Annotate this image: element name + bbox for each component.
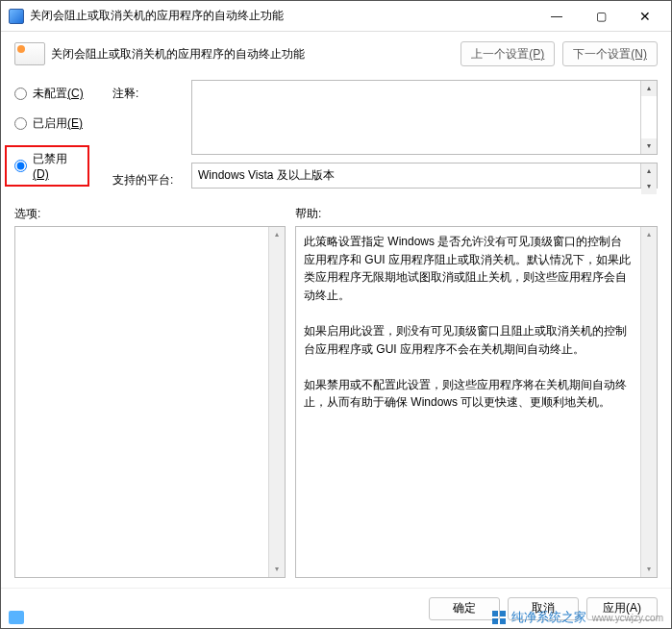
supported-on-text: Windows Vista 及以上版本 [198, 168, 335, 182]
dialog-window: 关闭会阻止或取消关机的应用程序的自动终止功能 — ▢ ✕ 关闭会阻止或取消关机的… [0, 0, 672, 629]
options-label: 选项: [14, 206, 295, 222]
help-label: 帮助: [295, 206, 658, 222]
mid-labels: 注释: 支持的平台: [112, 80, 180, 189]
help-scrollbar[interactable]: ▴ ▾ [640, 227, 657, 577]
header-title: 关闭会阻止或取消关机的应用程序的自动终止功能 [51, 46, 453, 63]
panels: ▴ ▾ 此策略设置指定 Windows 是否允许没有可见顶级窗口的控制台应用程序… [1, 226, 671, 588]
previous-setting-button[interactable]: 上一个设置(P) [460, 41, 555, 66]
close-button[interactable]: ✕ [623, 2, 667, 31]
chevron-down-icon[interactable]: ▾ [269, 562, 285, 577]
options-scrollbar[interactable]: ▴ ▾ [268, 227, 285, 577]
comment-textarea[interactable]: ▴ ▾ [191, 80, 658, 155]
radio-disabled-highlight: 已禁用(D) [5, 145, 89, 187]
next-setting-button[interactable]: 下一个设置(N) [562, 41, 658, 66]
state-radio-group: 未配置(C) 已启用(E) 已禁用(D) [14, 80, 101, 189]
panel-labels: 选项: 帮助: [1, 189, 671, 226]
radio-enabled[interactable]: 已启用(E) [14, 115, 101, 132]
options-content [15, 227, 268, 577]
supported-scroll[interactable]: ▴ ▾ [640, 164, 657, 188]
watermark-left [9, 609, 24, 626]
chevron-down-icon[interactable]: ▾ [641, 562, 657, 577]
radio-disabled-input[interactable] [14, 160, 27, 172]
chevron-down-icon[interactable]: ▾ [641, 138, 657, 154]
radio-not-configured-input[interactable] [14, 88, 27, 100]
maximize-button[interactable]: ▢ [579, 2, 623, 31]
twitter-icon [9, 611, 24, 624]
app-icon [9, 9, 24, 24]
help-panel: 此策略设置指定 Windows 是否允许没有可见顶级窗口的控制台应用程序和 GU… [295, 226, 658, 578]
chevron-up-icon[interactable]: ▴ [641, 227, 657, 242]
config-section: 未配置(C) 已启用(E) 已禁用(D) 注释: 支持的平台: ▴ ▾ [1, 74, 671, 189]
supported-label: 支持的平台: [112, 172, 180, 189]
config-boxes: ▴ ▾ Windows Vista 及以上版本 ▴ ▾ [191, 80, 658, 189]
titlebar: 关闭会阻止或取消关机的应用程序的自动终止功能 — ▢ ✕ [1, 1, 671, 32]
window-title: 关闭会阻止或取消关机的应用程序的自动终止功能 [30, 8, 535, 24]
radio-not-configured[interactable]: 未配置(C) [14, 86, 101, 102]
chevron-up-icon[interactable]: ▴ [641, 164, 657, 179]
footer: 纯净系统之家 www.ycwjzy.com 确定 取消 应用(A) [1, 588, 671, 628]
minimize-button[interactable]: — [535, 2, 579, 31]
supported-on-box: Windows Vista 及以上版本 ▴ ▾ [191, 163, 658, 189]
ok-button[interactable]: 确定 [429, 597, 500, 620]
apply-button[interactable]: 应用(A) [586, 597, 658, 620]
header: 关闭会阻止或取消关机的应用程序的自动终止功能 上一个设置(P) 下一个设置(N) [1, 32, 671, 74]
chevron-down-icon[interactable]: ▾ [641, 179, 657, 194]
comment-label: 注释: [112, 86, 180, 102]
cancel-button[interactable]: 取消 [508, 597, 579, 620]
comment-scroll[interactable]: ▴ ▾ [640, 81, 657, 154]
chevron-up-icon[interactable]: ▴ [269, 227, 285, 242]
chevron-up-icon[interactable]: ▴ [641, 81, 657, 96]
window-controls: — ▢ ✕ [535, 2, 667, 31]
radio-disabled[interactable]: 已禁用(D) [14, 151, 82, 181]
radio-enabled-input[interactable] [14, 117, 27, 130]
help-content: 此策略设置指定 Windows 是否允许没有可见顶级窗口的控制台应用程序和 GU… [296, 227, 640, 577]
policy-icon [14, 42, 45, 65]
options-panel: ▴ ▾ [14, 226, 286, 578]
